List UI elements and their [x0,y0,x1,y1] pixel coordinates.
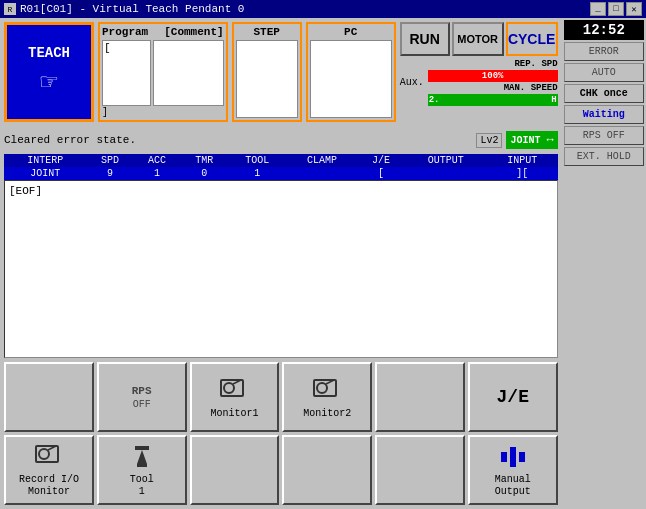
je-icon: J/E [497,387,529,407]
program-box: Program [Comment] [ ] [98,22,228,122]
col-output: OUTPUT [405,154,487,167]
col-interp: INTERP [4,154,86,167]
step-box: STEP [232,22,302,122]
je-button[interactable]: J/E [468,362,558,432]
monitor2-label: Monitor2 [303,408,351,419]
cell-je: [ [357,167,404,180]
comment-field[interactable] [153,40,224,106]
waiting-button[interactable]: Waiting [564,105,644,124]
col-input: INPUT [487,154,558,167]
table-row: JOINT 9 1 0 1 [ ][ [4,167,558,180]
rps-off-button[interactable]: RPS OFF [97,362,187,432]
man-speed-bar: 2. H [428,94,558,106]
table-header-row: INTERP SPD ACC TMR TOOL CLAMP J/E OUTPUT… [4,154,558,167]
title-bar: R R01[C01] - Virtual Teach Pendant 0 _ □… [0,0,646,18]
col-clamp: CLAMP [287,154,358,167]
step-field[interactable] [236,40,298,118]
data-table: INTERP SPD ACC TMR TOOL CLAMP J/E OUTPUT… [4,154,558,180]
svg-rect-13 [510,447,516,467]
cell-clamp [287,167,358,180]
svg-marker-10 [137,450,147,464]
cell-spd: 9 [86,167,133,180]
joint-button[interactable]: JOINT ↔ [506,131,557,149]
right-controls: RUN MOTOR CYCLE Aux. REP. SPD 100% MAN. … [400,22,558,122]
close-button[interactable]: ✕ [626,2,642,16]
rps-label: RPS [132,385,152,397]
empty-slot-5 [375,435,465,505]
error-button[interactable]: ERROR [564,42,644,61]
motor-button[interactable]: MOTOR [452,22,504,56]
svg-point-7 [39,449,49,459]
window-title: R01[C01] - Virtual Teach Pendant 0 [20,3,244,15]
program-close-bracket: ] [102,107,108,118]
minimize-button[interactable]: _ [590,2,606,16]
comment-header-label: [Comment] [164,26,223,38]
program-field[interactable]: [ [102,40,151,106]
empty-slot-2 [375,362,465,432]
cell-interp: JOINT [4,167,86,180]
tool1-label: Tool1 [130,474,154,498]
cell-input: ][ [487,167,558,180]
program-bracket: [ [104,42,111,54]
program-header-label: Program [102,26,148,38]
joint-arrow-icon: ↔ [546,133,553,147]
monitor1-button[interactable]: Monitor1 [190,362,280,432]
empty-slot-1 [4,362,94,432]
monitor1-label: Monitor1 [210,408,258,419]
man-speed-suffix: H [551,95,556,105]
rps-off-label: OFF [133,399,151,410]
svg-rect-11 [137,464,147,467]
man-speed-label: MAN. SPEED [504,83,558,93]
empty-slot-3 [190,435,280,505]
pc-box: PC [306,22,396,122]
svg-point-1 [224,383,234,393]
svg-rect-14 [519,452,525,462]
tool1-button[interactable]: Tool1 [97,435,187,505]
svg-rect-9 [135,446,149,450]
pc-label: PC [310,26,392,38]
col-acc: ACC [134,154,181,167]
col-spd: SPD [86,154,133,167]
col-tool: TOOL [228,154,287,167]
tool1-icon [127,442,157,472]
col-je: J/E [357,154,404,167]
record-io-icon [34,442,64,472]
auto-button[interactable]: AUTO [564,63,644,82]
man-speed-value: 2. [429,95,440,105]
record-io-label: Record I/OMonitor [19,474,79,498]
monitor2-button[interactable]: Monitor2 [282,362,372,432]
code-eof: [EOF] [9,185,42,197]
cell-acc: 1 [134,167,181,180]
cell-tool: 1 [228,167,287,180]
cell-output [405,167,487,180]
aux-label: Aux. [400,77,424,88]
teach-button[interactable]: TEACH ☞ [4,22,94,122]
ext-hold-button[interactable]: EXT. HOLD [564,147,644,166]
rep-spd-label: REP. SPD [514,59,557,69]
teach-cursor-icon: ☞ [41,65,58,99]
monitor1-icon [219,376,249,406]
monitor2-icon [312,376,342,406]
cycle-button[interactable]: CYCLE [506,22,558,56]
cell-tmr: 0 [181,167,228,180]
joint-label: JOINT [510,135,540,146]
chk-once-button[interactable]: CHK once [564,84,644,103]
empty-slot-4 [282,435,372,505]
manual-output-button[interactable]: ManualOutput [468,435,558,505]
record-io-button[interactable]: Record I/OMonitor [4,435,94,505]
maximize-button[interactable]: □ [608,2,624,16]
step-label: STEP [236,26,298,38]
rep-speed-bar: 100% [428,70,558,82]
clock-display: 12:52 [564,20,644,40]
right-sidebar: 12:52 ERROR AUTO CHK once Waiting RPS OF… [562,18,646,509]
svg-point-4 [317,383,327,393]
code-editor[interactable]: [EOF] [4,180,558,358]
teach-label: TEACH [28,45,70,61]
rps-off-side-button[interactable]: RPS OFF [564,126,644,145]
status-message: Cleared error state. [4,134,472,146]
run-button[interactable]: RUN [400,22,450,56]
svg-rect-12 [501,452,507,462]
col-tmr: TMR [181,154,228,167]
status-row: Cleared error state. Lv2 JOINT ↔ [0,126,562,154]
pc-field[interactable] [310,40,392,118]
